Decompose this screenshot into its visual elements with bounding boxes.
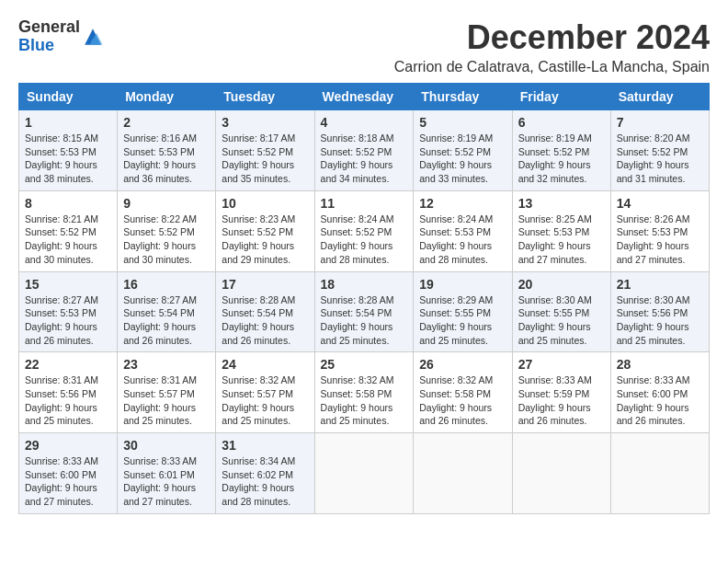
day-info: Sunrise: 8:16 AMSunset: 5:53 PMDaylight:… <box>123 132 210 186</box>
day-number: 22 <box>25 357 111 372</box>
weekday-header: Friday <box>512 84 610 110</box>
day-info: Sunrise: 8:33 AMSunset: 5:59 PMDaylight:… <box>518 373 605 428</box>
weekday-header: Saturday <box>610 84 709 110</box>
calendar-header: SundayMondayTuesdayWednesdayThursdayFrid… <box>19 84 710 110</box>
day-number: 4 <box>321 115 408 130</box>
day-info: Sunrise: 8:30 AMSunset: 5:56 PMDaylight:… <box>617 293 703 348</box>
day-info: Sunrise: 8:15 AMSunset: 5:53 PMDaylight:… <box>25 132 111 186</box>
day-number: 1 <box>25 115 111 130</box>
weekday-header: Tuesday <box>216 84 314 110</box>
day-number: 30 <box>123 438 210 453</box>
calendar-day-cell <box>414 433 512 514</box>
day-info: Sunrise: 8:27 AMSunset: 5:53 PMDaylight:… <box>25 293 111 348</box>
calendar-day-cell: 9Sunrise: 8:22 AMSunset: 5:52 PMDaylight… <box>118 190 216 271</box>
day-number: 7 <box>617 115 703 130</box>
month-title: December 2024 <box>394 18 710 57</box>
day-info: Sunrise: 8:23 AMSunset: 5:52 PMDaylight:… <box>222 213 308 267</box>
logo-general: General <box>18 18 80 37</box>
day-info: Sunrise: 8:20 AMSunset: 5:52 PMDaylight:… <box>617 132 703 186</box>
calendar-day-cell: 19Sunrise: 8:29 AMSunset: 5:55 PMDayligh… <box>414 271 512 352</box>
day-info: Sunrise: 8:24 AMSunset: 5:52 PMDaylight:… <box>321 213 408 267</box>
day-number: 10 <box>222 196 308 211</box>
day-number: 15 <box>25 277 111 292</box>
day-number: 24 <box>222 357 308 372</box>
day-number: 23 <box>123 357 210 372</box>
calendar-day-cell: 14Sunrise: 8:26 AMSunset: 5:53 PMDayligh… <box>610 190 709 271</box>
calendar-day-cell: 6Sunrise: 8:19 AMSunset: 5:52 PMDaylight… <box>512 110 610 191</box>
weekday-header: Monday <box>118 84 216 110</box>
day-number: 25 <box>321 357 408 372</box>
calendar-day-cell: 12Sunrise: 8:24 AMSunset: 5:53 PMDayligh… <box>414 190 512 271</box>
day-number: 21 <box>617 277 703 292</box>
calendar-week-row: 29Sunrise: 8:33 AMSunset: 6:00 PMDayligh… <box>19 433 710 514</box>
calendar-day-cell: 24Sunrise: 8:32 AMSunset: 5:57 PMDayligh… <box>216 352 314 433</box>
day-info: Sunrise: 8:33 AMSunset: 6:00 PMDaylight:… <box>617 373 703 428</box>
calendar-day-cell: 21Sunrise: 8:30 AMSunset: 5:56 PMDayligh… <box>610 271 709 352</box>
calendar-day-cell: 27Sunrise: 8:33 AMSunset: 5:59 PMDayligh… <box>512 352 610 433</box>
calendar-day-cell: 23Sunrise: 8:31 AMSunset: 5:57 PMDayligh… <box>118 352 216 433</box>
location: Carrion de Calatrava, Castille-La Mancha… <box>394 59 710 75</box>
day-info: Sunrise: 8:32 AMSunset: 5:58 PMDaylight:… <box>419 373 506 428</box>
day-number: 14 <box>617 196 703 211</box>
day-number: 13 <box>518 196 605 211</box>
calendar-day-cell: 26Sunrise: 8:32 AMSunset: 5:58 PMDayligh… <box>414 352 512 433</box>
calendar-day-cell: 25Sunrise: 8:32 AMSunset: 5:58 PMDayligh… <box>314 352 414 433</box>
calendar-day-cell: 31Sunrise: 8:34 AMSunset: 6:02 PMDayligh… <box>216 433 314 514</box>
calendar-day-cell: 1Sunrise: 8:15 AMSunset: 5:53 PMDaylight… <box>19 110 118 191</box>
header-row: SundayMondayTuesdayWednesdayThursdayFrid… <box>19 84 710 110</box>
calendar-week-row: 22Sunrise: 8:31 AMSunset: 5:56 PMDayligh… <box>19 352 710 433</box>
day-number: 19 <box>419 277 506 292</box>
logo: General Blue <box>18 18 104 55</box>
day-info: Sunrise: 8:31 AMSunset: 5:56 PMDaylight:… <box>25 373 111 428</box>
calendar-day-cell <box>512 433 610 514</box>
calendar-day-cell: 20Sunrise: 8:30 AMSunset: 5:55 PMDayligh… <box>512 271 610 352</box>
day-info: Sunrise: 8:19 AMSunset: 5:52 PMDaylight:… <box>518 132 605 186</box>
day-number: 9 <box>123 196 210 211</box>
calendar-day-cell: 22Sunrise: 8:31 AMSunset: 5:56 PMDayligh… <box>19 352 118 433</box>
day-number: 16 <box>123 277 210 292</box>
weekday-header: Wednesday <box>314 84 414 110</box>
day-number: 2 <box>123 115 210 130</box>
day-info: Sunrise: 8:28 AMSunset: 5:54 PMDaylight:… <box>321 293 408 348</box>
day-number: 20 <box>518 277 605 292</box>
calendar-day-cell: 11Sunrise: 8:24 AMSunset: 5:52 PMDayligh… <box>314 190 414 271</box>
logo-text: General Blue <box>18 18 80 55</box>
day-info: Sunrise: 8:33 AMSunset: 6:01 PMDaylight:… <box>123 454 210 509</box>
page-header: General Blue December 2024 Carrion de Ca… <box>18 18 710 75</box>
calendar-day-cell: 5Sunrise: 8:19 AMSunset: 5:52 PMDaylight… <box>414 110 512 191</box>
day-info: Sunrise: 8:30 AMSunset: 5:55 PMDaylight:… <box>518 293 605 348</box>
calendar-day-cell: 18Sunrise: 8:28 AMSunset: 5:54 PMDayligh… <box>314 271 414 352</box>
weekday-header: Thursday <box>414 84 512 110</box>
calendar-day-cell: 10Sunrise: 8:23 AMSunset: 5:52 PMDayligh… <box>216 190 314 271</box>
day-number: 5 <box>419 115 506 130</box>
calendar-week-row: 8Sunrise: 8:21 AMSunset: 5:52 PMDaylight… <box>19 190 710 271</box>
day-number: 31 <box>222 438 308 453</box>
calendar-week-row: 15Sunrise: 8:27 AMSunset: 5:53 PMDayligh… <box>19 271 710 352</box>
calendar-day-cell: 15Sunrise: 8:27 AMSunset: 5:53 PMDayligh… <box>19 271 118 352</box>
day-number: 11 <box>321 196 408 211</box>
day-number: 8 <box>25 196 111 211</box>
day-info: Sunrise: 8:31 AMSunset: 5:57 PMDaylight:… <box>123 373 210 428</box>
day-info: Sunrise: 8:24 AMSunset: 5:53 PMDaylight:… <box>419 213 506 267</box>
day-number: 27 <box>518 357 605 372</box>
day-number: 12 <box>419 196 506 211</box>
calendar-day-cell: 16Sunrise: 8:27 AMSunset: 5:54 PMDayligh… <box>118 271 216 352</box>
day-info: Sunrise: 8:26 AMSunset: 5:53 PMDaylight:… <box>617 213 703 267</box>
day-info: Sunrise: 8:17 AMSunset: 5:52 PMDaylight:… <box>222 132 308 186</box>
day-info: Sunrise: 8:22 AMSunset: 5:52 PMDaylight:… <box>123 213 210 267</box>
calendar-day-cell: 17Sunrise: 8:28 AMSunset: 5:54 PMDayligh… <box>216 271 314 352</box>
calendar-day-cell: 2Sunrise: 8:16 AMSunset: 5:53 PMDaylight… <box>118 110 216 191</box>
day-info: Sunrise: 8:27 AMSunset: 5:54 PMDaylight:… <box>123 293 210 348</box>
calendar-day-cell: 28Sunrise: 8:33 AMSunset: 6:00 PMDayligh… <box>610 352 709 433</box>
day-number: 17 <box>222 277 308 292</box>
day-info: Sunrise: 8:28 AMSunset: 5:54 PMDaylight:… <box>222 293 308 348</box>
day-info: Sunrise: 8:34 AMSunset: 6:02 PMDaylight:… <box>222 454 308 509</box>
calendar-body: 1Sunrise: 8:15 AMSunset: 5:53 PMDaylight… <box>19 110 710 514</box>
logo-icon <box>82 26 104 48</box>
day-info: Sunrise: 8:29 AMSunset: 5:55 PMDaylight:… <box>419 293 506 348</box>
logo-blue: Blue <box>18 37 80 55</box>
calendar-day-cell: 29Sunrise: 8:33 AMSunset: 6:00 PMDayligh… <box>19 433 118 514</box>
calendar-day-cell: 13Sunrise: 8:25 AMSunset: 5:53 PMDayligh… <box>512 190 610 271</box>
day-number: 29 <box>25 438 111 453</box>
calendar-day-cell: 4Sunrise: 8:18 AMSunset: 5:52 PMDaylight… <box>314 110 414 191</box>
